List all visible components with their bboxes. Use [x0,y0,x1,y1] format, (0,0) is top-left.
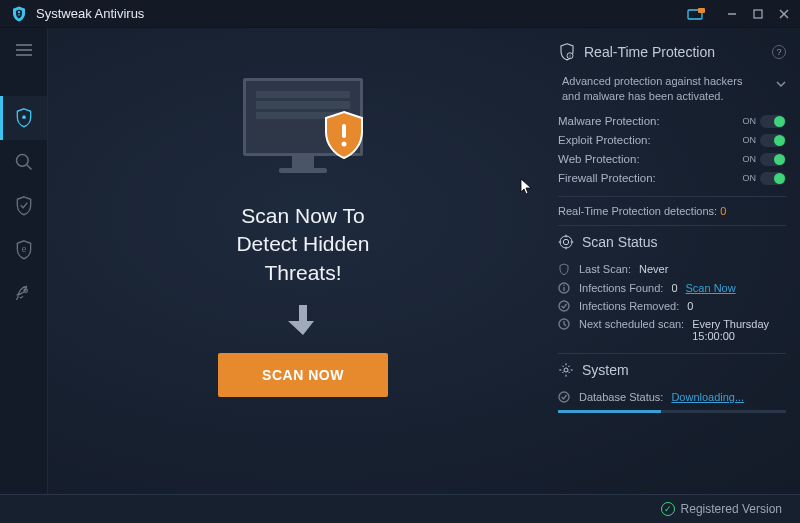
db-status-row: Database Status: Downloading... [558,388,786,406]
rtp-title: Real-Time Protection [584,44,715,60]
svg-rect-13 [342,124,346,138]
protection-row: Web Protection: ON [558,150,786,169]
svg-rect-3 [754,10,762,18]
shield-info-icon: i [558,42,576,62]
minimize-button[interactable] [720,4,744,24]
scan-status-title: Scan Status [582,234,658,250]
last-scan-row: Last Scan: Never [558,260,786,279]
close-button[interactable] [772,4,796,24]
hero-pane: Scan Now To Detect Hidden Threats! SCAN … [48,28,558,494]
svg-point-17 [560,236,572,248]
infections-found-row: Infections Found: 0 Scan Now [558,279,786,297]
clock-icon [558,318,571,330]
check-circle-icon [558,300,571,312]
target-icon [558,234,574,250]
sidebar-item-home[interactable] [0,96,47,140]
infections-removed-row: Infections Removed: 0 [558,297,786,315]
svg-rect-1 [698,8,705,13]
gear-icon [558,362,574,378]
check-circle-icon: ✓ [661,502,675,516]
sidebar: e [0,28,48,494]
menu-toggle[interactable] [0,28,47,72]
protection-row: Malware Protection: ON [558,112,786,131]
scan-status-panel: Scan Status Last Scan: Never Infections … [558,234,786,345]
svg-text:i: i [570,54,571,59]
exploit-toggle[interactable]: ON [743,134,787,147]
hero-headline: Scan Now To Detect Hidden Threats! [236,202,369,287]
system-panel: System Database Status: Downloading... [558,362,786,413]
scan-now-link[interactable]: Scan Now [686,282,736,294]
svg-point-26 [559,301,569,311]
firewall-toggle[interactable]: ON [743,172,787,185]
app-logo-icon [10,5,28,23]
svg-point-29 [559,392,569,402]
info-icon [558,282,571,294]
scan-now-button[interactable]: SCAN NOW [218,353,388,397]
download-progress [558,410,786,413]
svg-point-9 [22,115,26,119]
sidebar-item-protection[interactable] [0,184,47,228]
registered-label: Registered Version [681,502,782,516]
titlebar: Systweak Antivirus [0,0,800,28]
status-pane: i Real-Time Protection ? Advanced protec… [558,28,800,494]
svg-text:e: e [21,245,26,255]
svg-line-11 [26,165,31,170]
footer: ✓ Registered Version [0,494,800,523]
chevron-down-icon [776,76,786,91]
maximize-button[interactable] [746,4,770,24]
shield-check-icon [558,263,571,276]
svg-point-28 [564,368,568,372]
svg-point-14 [342,142,347,147]
web-toggle[interactable]: ON [743,153,787,166]
protection-row: Exploit Protection: ON [558,131,786,150]
notification-icon[interactable] [686,7,706,21]
monitor-illustration [228,78,378,178]
shield-warning-icon [322,110,366,160]
next-scan-row: Next scheduled scan: Every Thursday 15:0… [558,315,786,345]
rtp-detections: Real-Time Protection detections: 0 [558,205,786,217]
realtime-protection-panel: i Real-Time Protection ? Advanced protec… [558,42,786,217]
arrow-down-icon [288,303,318,341]
check-circle-icon [558,391,571,403]
rtp-advanced-text[interactable]: Advanced protection against hackers and … [558,72,786,112]
svg-point-18 [563,239,568,244]
sidebar-item-quarantine[interactable]: e [0,228,47,272]
system-title: System [582,362,629,378]
svg-point-10 [16,155,28,167]
sidebar-item-scan[interactable] [0,140,47,184]
malware-toggle[interactable]: ON [743,115,787,128]
db-status-value: Downloading... [671,391,744,403]
help-icon[interactable]: ? [772,45,786,59]
protection-row: Firewall Protection: ON [558,169,786,188]
sidebar-item-boost[interactable] [0,272,47,316]
app-title: Systweak Antivirus [36,6,144,21]
svg-point-25 [563,284,565,286]
